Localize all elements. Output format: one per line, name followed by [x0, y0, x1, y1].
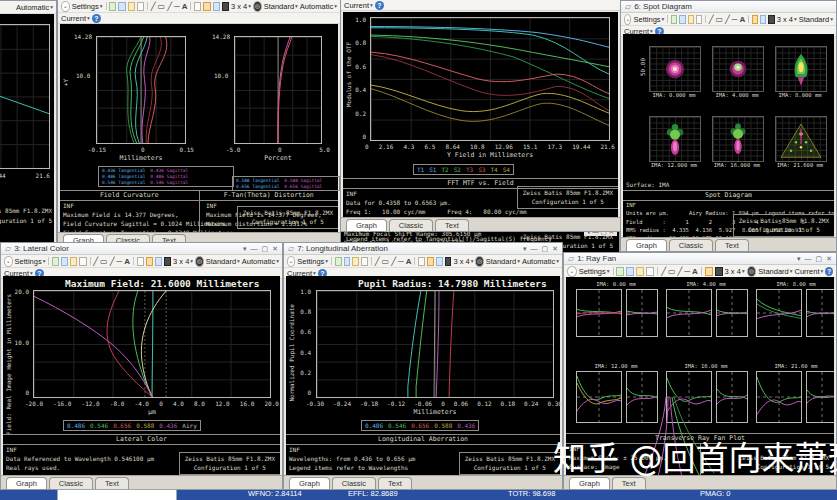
- glasses-3d-icon[interactable]: [222, 2, 229, 11]
- save-icon[interactable]: [636, 267, 644, 276]
- settings-dropdown[interactable]: Settings: [72, 2, 103, 11]
- tab-text[interactable]: Text: [95, 477, 129, 489]
- settings-chevron-icon[interactable]: ⌄: [287, 256, 295, 267]
- color-grid-icon[interactable]: [146, 257, 153, 266]
- dash-tool-icon[interactable]: ─: [732, 15, 738, 24]
- close-button[interactable]: ✕: [272, 245, 278, 253]
- tab-text[interactable]: Text: [435, 219, 469, 231]
- glasses-3d-icon[interactable]: [164, 257, 171, 266]
- tab-classic[interactable]: Classic: [332, 477, 376, 489]
- copy-icon[interactable]: [679, 15, 685, 24]
- save-icon[interactable]: [128, 2, 135, 11]
- lock-icon[interactable]: [137, 257, 144, 266]
- settings-dropdown[interactable]: Settings: [297, 257, 328, 266]
- arrow-tool-icon[interactable]: ╱: [678, 267, 683, 276]
- standard-dropdown[interactable]: Standard: [264, 2, 298, 11]
- arrow-tool-icon[interactable]: ╱: [110, 257, 115, 266]
- dash-tool-icon[interactable]: ─: [174, 2, 180, 11]
- text-tool-icon[interactable]: A: [740, 15, 746, 24]
- automatic-dropdown[interactable]: Automatic: [522, 257, 559, 266]
- copy-icon[interactable]: [626, 267, 634, 276]
- print-icon[interactable]: [79, 257, 86, 266]
- window-copy-icon[interactable]: [760, 15, 766, 24]
- text-tool-icon[interactable]: A: [182, 2, 188, 11]
- automatic-dropdown[interactable]: Automatic: [300, 2, 337, 11]
- standard-dropdown[interactable]: Standard: [206, 257, 240, 266]
- pin-button[interactable]: ▾: [243, 245, 247, 253]
- save-icon[interactable]: [70, 257, 77, 266]
- standard-dropdown[interactable]: Standard: [758, 267, 792, 276]
- rect-tool-icon[interactable]: ▭: [668, 267, 676, 276]
- line-tool-icon[interactable]: ╱: [661, 267, 666, 276]
- refresh-icon[interactable]: [335, 257, 342, 266]
- glasses-3d-icon[interactable]: [445, 257, 452, 266]
- window-copy-icon[interactable]: [155, 257, 162, 266]
- tab-classic[interactable]: Classic: [389, 219, 433, 231]
- aspect-icon[interactable]: ◎: [475, 256, 483, 267]
- settings-chevron-icon[interactable]: ⌄: [61, 1, 70, 12]
- standard-dropdown[interactable]: Standard: [486, 257, 520, 266]
- minimize-button[interactable]: —: [805, 255, 812, 263]
- text-tool-icon[interactable]: A: [692, 267, 698, 276]
- tab-text[interactable]: Text: [378, 477, 412, 489]
- copy-icon[interactable]: [344, 257, 351, 266]
- dash-tool-icon[interactable]: ─: [116, 257, 122, 266]
- print-icon[interactable]: [137, 2, 144, 11]
- color-grid-icon[interactable]: [427, 257, 434, 266]
- save-icon[interactable]: [352, 257, 359, 266]
- maximize-button[interactable]: ▢: [262, 245, 269, 253]
- grid-layout-dropdown[interactable]: 3 x 4: [173, 257, 193, 266]
- tab-graph[interactable]: Graph: [346, 219, 387, 231]
- line-tool-icon[interactable]: ╱: [93, 257, 98, 266]
- grid-layout-dropdown[interactable]: 3 x 4: [777, 15, 797, 24]
- copy-icon[interactable]: [118, 2, 125, 11]
- maximize-button[interactable]: ▢: [542, 245, 549, 253]
- tab-classic[interactable]: Classic: [49, 477, 93, 489]
- line-tool-icon[interactable]: ╱: [375, 257, 380, 266]
- help-icon[interactable]: ?: [92, 14, 101, 23]
- close-button[interactable]: ✕: [552, 245, 558, 253]
- grid-layout-dropdown[interactable]: 3 x 4: [453, 257, 473, 266]
- pin-button[interactable]: ▾: [797, 255, 801, 263]
- tab-graph[interactable]: Graph: [626, 239, 667, 251]
- lock-icon[interactable]: [194, 2, 201, 11]
- refresh-icon[interactable]: [52, 257, 59, 266]
- tab-graph[interactable]: Graph: [289, 477, 330, 489]
- rect-tool-icon[interactable]: ▭: [100, 257, 108, 266]
- current-dropdown[interactable]: Current: [795, 267, 824, 276]
- tab-text[interactable]: Text: [715, 239, 749, 251]
- minimize-button[interactable]: —: [531, 245, 538, 253]
- tab-classic[interactable]: Classic: [669, 239, 713, 251]
- window-copy-icon[interactable]: [213, 2, 220, 11]
- aspect-icon[interactable]: ◎: [747, 266, 757, 277]
- settings-dropdown[interactable]: Settings: [15, 257, 46, 266]
- arrow-tool-icon[interactable]: ╱: [167, 2, 172, 11]
- refresh-icon[interactable]: [671, 15, 677, 24]
- dash-tool-icon[interactable]: ─: [684, 267, 690, 276]
- color-grid-icon[interactable]: [203, 2, 210, 11]
- grid-layout-dropdown[interactable]: 3 x 4: [725, 267, 745, 276]
- settings-chevron-icon[interactable]: ⌄: [567, 266, 577, 277]
- close-button[interactable]: ✕: [826, 255, 832, 263]
- print-icon[interactable]: [646, 267, 654, 276]
- aspect-icon[interactable]: ◎: [195, 256, 204, 267]
- window-copy-icon[interactable]: [436, 257, 443, 266]
- settings-dropdown[interactable]: Settings: [633, 15, 664, 24]
- tab-graph[interactable]: Graph: [6, 477, 47, 489]
- maximize-button[interactable]: ▢: [816, 255, 823, 263]
- standard-dropdown[interactable]: Standard: [799, 15, 833, 24]
- dash-tool-icon[interactable]: ─: [398, 257, 404, 266]
- rect-tool-icon[interactable]: ▭: [715, 15, 723, 24]
- text-tool-icon[interactable]: A: [406, 257, 412, 266]
- color-grid-icon[interactable]: [705, 267, 713, 276]
- lock-icon[interactable]: [418, 257, 425, 266]
- automatic-dropdown[interactable]: Automatic: [242, 257, 279, 266]
- pin-button[interactable]: ▾: [523, 245, 527, 253]
- minimize-button[interactable]: —: [251, 245, 258, 253]
- aspect-icon[interactable]: ◎: [253, 1, 262, 12]
- save-icon[interactable]: [688, 15, 694, 24]
- current-dropdown[interactable]: Current: [61, 14, 90, 23]
- rect-tool-icon[interactable]: ▭: [158, 2, 166, 11]
- color-grid-icon[interactable]: [752, 15, 758, 24]
- arrow-tool-icon[interactable]: ╱: [725, 15, 730, 24]
